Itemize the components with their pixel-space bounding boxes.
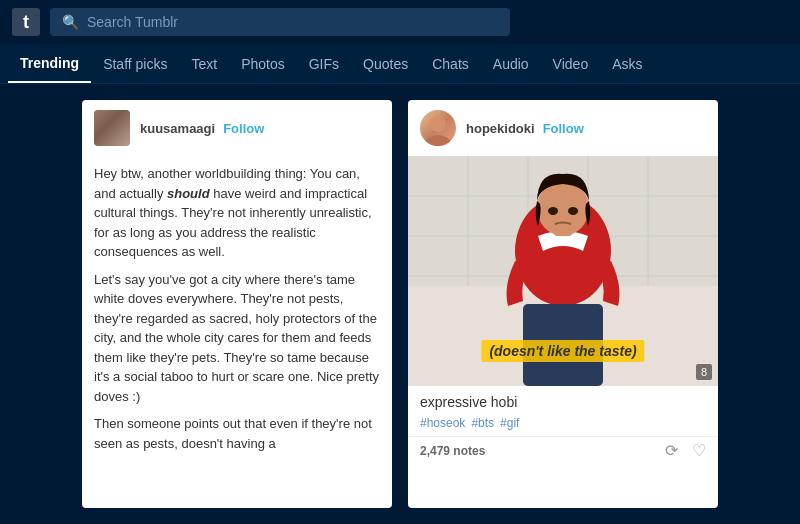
tumblr-logo[interactable]: t (12, 8, 40, 36)
avatar-1[interactable] (94, 110, 130, 146)
nav-item-photos[interactable]: Photos (229, 44, 297, 83)
post-title: expressive hobi (408, 386, 718, 414)
tag-2[interactable]: #bts (471, 416, 494, 430)
search-bar[interactable]: 🔍 (50, 8, 510, 36)
nav-item-asks[interactable]: Asks (600, 44, 654, 83)
follow-button-1[interactable]: Follow (223, 121, 264, 136)
nav-item-gifs[interactable]: GIFs (297, 44, 351, 83)
post-paragraph-1-1: Let's say you've got a city where there'… (94, 270, 380, 407)
author-info-1: kuusamaagi Follow (140, 121, 264, 136)
nav-item-trending[interactable]: Trending (8, 44, 91, 83)
heart-icon[interactable]: ♡ (692, 441, 706, 460)
nav-item-chats[interactable]: Chats (420, 44, 481, 83)
reblog-icon[interactable]: ⟳ (665, 441, 678, 460)
post-actions: ⟳ ♡ (665, 441, 706, 460)
nav-item-video[interactable]: Video (541, 44, 601, 83)
secondary-nav: Trending Staff picks Text Photos GIFs Qu… (0, 44, 800, 84)
svg-point-15 (568, 207, 578, 215)
tag-1[interactable]: #hoseok (420, 416, 465, 430)
notes-count: 2,479 notes (420, 444, 485, 458)
image-caption: (doesn't like the taste) (481, 340, 644, 362)
tag-3[interactable]: #gif (500, 416, 519, 430)
post-header-1: kuusamaagi Follow (82, 100, 392, 156)
svg-point-1 (425, 135, 451, 146)
post-footer: 2,479 notes ⟳ ♡ (408, 436, 718, 468)
post-paragraph-1-0: Hey btw, another worldbuilding thing: Yo… (94, 164, 380, 262)
avatar-2[interactable] (420, 110, 456, 146)
nav-item-quotes[interactable]: Quotes (351, 44, 420, 83)
svg-point-14 (548, 207, 558, 215)
nav-item-staffpicks[interactable]: Staff picks (91, 44, 179, 83)
author-name-2: hopekidoki (466, 121, 535, 136)
post-card-1: kuusamaagi Follow Hey btw, another world… (82, 100, 392, 508)
image-badge: 8 (696, 364, 712, 380)
post-paragraph-1-2: Then someone points out that even if the… (94, 414, 380, 453)
post-card-2: hopekidoki Follow (408, 100, 718, 508)
topbar: t 🔍 (0, 0, 800, 44)
content-area: kuusamaagi Follow Hey btw, another world… (0, 84, 800, 524)
follow-button-2[interactable]: Follow (543, 121, 584, 136)
author-info-2: hopekidoki Follow (466, 121, 584, 136)
svg-point-0 (430, 116, 446, 132)
post-header-2: hopekidoki Follow (408, 100, 718, 156)
nav-item-text[interactable]: Text (179, 44, 229, 83)
author-name-1: kuusamaagi (140, 121, 215, 136)
search-input[interactable] (87, 14, 498, 30)
nav-item-audio[interactable]: Audio (481, 44, 541, 83)
search-icon: 🔍 (62, 14, 79, 30)
post-image: (doesn't like the taste) 8 (408, 156, 718, 386)
post-tags: #hoseok #bts #gif (408, 414, 718, 436)
post-body-1: Hey btw, another worldbuilding thing: Yo… (82, 156, 392, 469)
